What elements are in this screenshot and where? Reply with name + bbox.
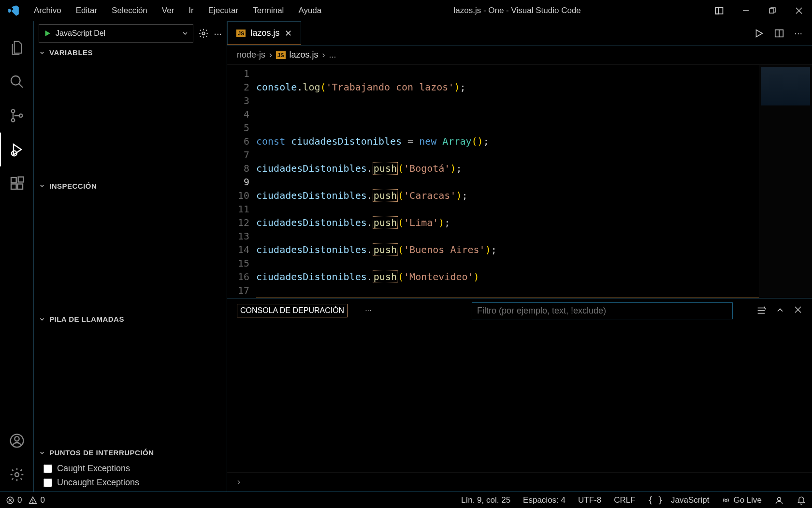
section-callstack[interactable]: PILA DE LLAMADAS <box>34 312 227 326</box>
svg-point-33 <box>725 499 727 501</box>
breakpoint-caught[interactable]: Caught Exceptions <box>44 462 217 476</box>
run-debug-icon[interactable] <box>0 133 34 166</box>
status-golive[interactable]: Go Live <box>722 495 762 505</box>
search-icon[interactable] <box>0 65 34 99</box>
panel-filter-input[interactable] <box>472 302 733 319</box>
close-button[interactable] <box>785 0 812 21</box>
svg-line-7 <box>19 84 23 88</box>
run-file-icon[interactable] <box>754 28 764 39</box>
maximize-button[interactable] <box>759 0 785 21</box>
uncaught-checkbox[interactable] <box>44 478 52 487</box>
panel-tab-debug-console[interactable]: CONSOLA DE DEPURACIÓN <box>237 304 348 317</box>
tab-filename: lazos.js <box>250 28 279 38</box>
breadcrumb-file[interactable]: lazos.js <box>290 50 319 60</box>
menu-ejecutar[interactable]: Ejecutar <box>201 6 246 15</box>
svg-rect-12 <box>11 178 16 183</box>
chevron-down-icon[interactable] <box>181 30 189 37</box>
debug-target-label: JavaScript Del <box>56 29 105 38</box>
caught-checkbox[interactable] <box>44 464 52 473</box>
menu-terminal[interactable]: Terminal <box>246 6 291 15</box>
close-panel-icon[interactable] <box>794 305 802 316</box>
minimap[interactable] <box>759 65 812 298</box>
svg-point-10 <box>19 114 22 118</box>
status-bell-icon[interactable] <box>797 495 806 505</box>
svg-point-18 <box>15 473 19 477</box>
code-content[interactable]: console.log('Trabajando con lazos'); con… <box>256 65 759 298</box>
code-editor[interactable]: 1234567891011121314151617 console.log('T… <box>227 65 812 298</box>
section-variables-label: VARIABLES <box>49 48 93 57</box>
svg-rect-15 <box>18 177 23 182</box>
debug-config-selector[interactable]: JavaScript Del <box>39 24 193 43</box>
svg-point-34 <box>778 497 781 501</box>
activity-bar <box>0 21 34 492</box>
account-icon[interactable] <box>0 424 34 458</box>
js-file-icon: JS <box>236 30 246 37</box>
breadcrumb-tail[interactable]: ... <box>329 50 336 60</box>
svg-rect-3 <box>769 9 774 13</box>
status-encoding[interactable]: UTF-8 <box>578 495 601 505</box>
explorer-icon[interactable] <box>0 31 34 65</box>
svg-point-17 <box>14 436 19 441</box>
tab-close-icon[interactable]: ✕ <box>285 28 292 39</box>
svg-point-9 <box>11 119 14 122</box>
menu-ayuda[interactable]: Ayuda <box>291 6 329 15</box>
line-gutter: 1234567891011121314151617 <box>227 65 256 298</box>
clear-console-icon[interactable] <box>756 305 767 316</box>
menu-ir[interactable]: Ir <box>181 6 201 15</box>
status-feedback-icon[interactable] <box>774 495 784 505</box>
more-actions-icon[interactable]: ··· <box>214 28 222 39</box>
section-callstack-label: PILA DE LLAMADAS <box>49 315 124 323</box>
panel-tab-more[interactable]: ··· <box>362 304 374 317</box>
collapse-panel-icon[interactable] <box>775 305 785 316</box>
tab-lazos[interactable]: JS lazos.js ✕ <box>227 21 301 45</box>
status-bar: 0 0 Lín. 9, col. 25 Espacios: 4 UTF-8 CR… <box>0 492 812 508</box>
uncaught-label: Uncaught Exceptions <box>57 478 139 488</box>
source-control-icon[interactable] <box>0 99 34 133</box>
menu-seleccion[interactable]: Selección <box>104 6 155 15</box>
section-watch-label: INSPECCIÓN <box>49 182 97 190</box>
settings-gear-icon[interactable] <box>0 458 34 492</box>
svg-rect-14 <box>17 184 23 189</box>
debug-console-input[interactable] <box>227 472 812 492</box>
extensions-icon[interactable] <box>0 166 34 200</box>
editor-more-icon[interactable]: ··· <box>794 28 802 39</box>
layout-icon[interactable] <box>706 0 732 21</box>
svg-point-32 <box>33 502 33 502</box>
svg-point-19 <box>203 32 205 35</box>
breakpoint-uncaught[interactable]: Uncaught Exceptions <box>44 476 217 490</box>
titlebar: Archivo Editar Selección Ver Ir Ejecutar… <box>0 0 812 21</box>
status-language[interactable]: { } JavaScript <box>648 495 710 505</box>
section-variables[interactable]: VARIABLES <box>34 45 227 60</box>
breadcrumb[interactable]: node-js › JS lazos.js › ... <box>227 45 812 65</box>
window-title: lazos.js - One - Visual Studio Code <box>329 6 706 15</box>
js-file-icon: JS <box>276 51 285 59</box>
chevron-right-icon: › <box>269 50 272 60</box>
debug-settings-gear-icon[interactable] <box>198 28 209 39</box>
editor-area: JS lazos.js ✕ ··· node-js › JS lazos.js … <box>227 21 812 492</box>
split-editor-icon[interactable] <box>774 28 784 39</box>
svg-point-8 <box>11 109 14 113</box>
svg-rect-1 <box>715 7 718 14</box>
debug-console-output[interactable] <box>227 323 812 472</box>
menu-editar[interactable]: Editar <box>69 6 104 15</box>
caught-label: Caught Exceptions <box>57 463 130 474</box>
section-watch[interactable]: INSPECCIÓN <box>34 179 227 193</box>
tab-bar: JS lazos.js ✕ ··· <box>227 21 812 45</box>
menu-ver[interactable]: Ver <box>155 6 182 15</box>
section-breakpoints-label: PUNTOS DE INTERRUPCIÓN <box>49 448 154 457</box>
status-spaces[interactable]: Espacios: 4 <box>523 495 566 505</box>
status-position[interactable]: Lín. 9, col. 25 <box>461 495 510 505</box>
status-eol[interactable]: CRLF <box>614 495 635 505</box>
bottom-panel: CONSOLA DE DEPURACIÓN ··· <box>227 298 812 492</box>
status-errors[interactable]: 0 <box>6 495 22 505</box>
breadcrumb-folder[interactable]: node-js <box>237 50 265 60</box>
debug-sidebar: JavaScript Del ··· VARIABLES INSPECCIÓN … <box>34 21 227 492</box>
menu-archivo[interactable]: Archivo <box>27 6 69 15</box>
minimize-button[interactable] <box>732 0 759 21</box>
status-warnings[interactable]: 0 <box>29 495 44 505</box>
svg-rect-0 <box>715 7 723 14</box>
start-debug-icon[interactable] <box>43 29 52 38</box>
svg-rect-13 <box>11 184 16 189</box>
section-breakpoints[interactable]: PUNTOS DE INTERRUPCIÓN <box>34 446 227 460</box>
vscode-logo-icon <box>0 4 27 17</box>
